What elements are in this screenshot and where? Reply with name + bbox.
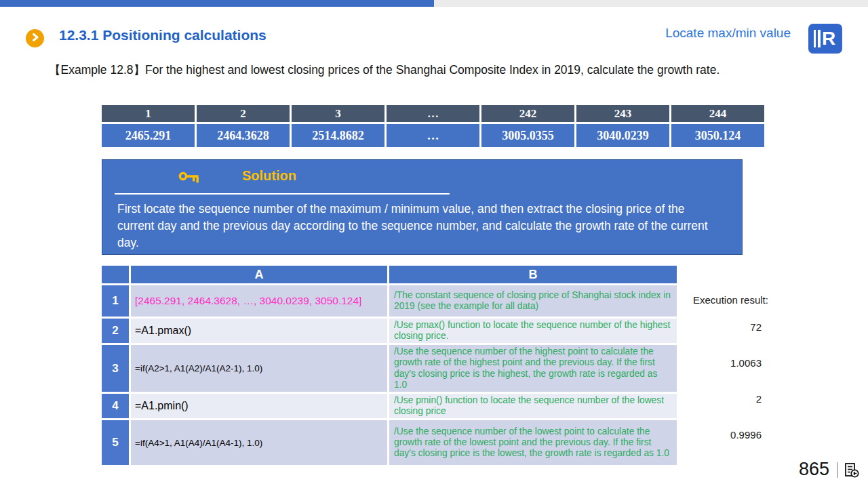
code-cell-a5: =if(A4>1, A1(A4)/A1(A4-1), 1.0) [131,420,387,465]
code-row-5: 5 =if(A4>1, A1(A4)/A1(A4-1), 1.0) /Use t… [102,420,677,465]
page-title: 12.3.1 Positioning calculations [59,27,267,43]
solution-underline [115,193,450,195]
comment-cell-b2: /Use pmax() function to locate the seque… [389,319,677,343]
column-a-header: A [131,266,387,283]
seq-value-cell: 3040.0239 [576,124,669,147]
code-cell-a1: [2465.291, 2464.3628, …, 3040.0239, 3050… [131,285,387,317]
logo-bar-icon [818,30,821,47]
comment-cell-b3: /Use the sequence number of the highest … [389,345,677,392]
row-number: 5 [102,420,129,465]
seq-header-cell: 242 [481,105,574,122]
comment-cell-b4: /Use pmin() function to locate the seque… [389,394,677,418]
execution-result-row4: 2 [678,393,762,405]
seq-value-cell: 3005.0355 [481,124,574,147]
row-number: 3 [102,345,129,392]
sequence-table-header-row: 1 2 3 … 242 243 244 [102,105,764,122]
execution-result-row2: 72 [678,321,762,333]
code-table-header-row: A B [102,266,677,283]
comment-cell-b1: /The constant sequence of closing price … [389,285,677,317]
seq-header-cell: 2 [197,105,290,122]
seq-header-cell: … [387,105,479,122]
solution-heading: Solution [242,168,296,184]
example-paragraph: 【Example 12.8】For the highest and lowest… [49,61,793,79]
seq-value-cell: … [387,124,479,147]
solution-text: First locate the sequence number of the … [117,201,717,251]
code-cell-a3: =if(A2>1, A1(A2)/A1(A2-1), 1.0) [131,345,387,392]
seq-value-cell: 2464.3628 [197,124,290,147]
brand-logo: R [808,24,842,54]
topbar-accent-left [0,0,434,7]
code-row-4: 4 =A1.pmin() /Use pmin() function to loc… [102,394,677,418]
code-cell-a4: =A1.pmin() [131,394,387,418]
seq-value-cell: 2514.8682 [292,124,384,147]
seq-header-cell: 3 [292,105,384,122]
row-number: 4 [102,394,129,418]
chevron-right-icon [31,33,40,45]
logo-r-icon: R [822,30,835,47]
code-row-3: 3 =if(A2>1, A1(A2)/A1(A2-1), 1.0) /Use t… [102,345,677,392]
corner-cell [102,266,129,283]
logo-bar-icon [814,30,816,47]
footer-divider [837,462,838,478]
topic-subtitle: Locate max/min value [631,26,791,41]
seq-header-cell: 243 [576,105,669,122]
seq-value-cell: 2465.291 [102,124,195,147]
row-number: 2 [102,319,129,343]
execution-result-label: Execution result: [693,294,768,306]
section-bullet [26,29,44,47]
seq-header-cell: 244 [671,105,764,122]
code-row-2: 2 =A1.pmax() /Use pmax() function to loc… [102,319,677,343]
code-cell-a2: =A1.pmax() [131,319,387,343]
seq-header-cell: 1 [102,105,195,122]
column-b-header: B [389,266,677,283]
page-number: 865 [783,459,829,480]
sequence-table: 1 2 3 … 242 243 244 2465.291 2464.3628 2… [100,103,766,149]
row-number: 1 [102,285,129,317]
return-to-contents-icon[interactable] [843,462,861,479]
code-table: A B 1 [2465.291, 2464.3628, …, 3040.0239… [100,264,679,467]
comment-cell-b5: /Use the sequence number of the lowest p… [389,420,677,465]
topbar-accent-right [434,0,868,7]
solution-box: Solution First locate the sequence numbe… [102,159,743,255]
key-icon [178,170,201,188]
execution-result-row3: 1.0063 [678,357,762,369]
code-row-1: 1 [2465.291, 2464.3628, …, 3040.0239, 30… [102,285,677,317]
sequence-table-value-row: 2465.291 2464.3628 2514.8682 … 3005.0355… [102,124,764,147]
execution-result-row5: 0.9996 [678,429,762,441]
seq-value-cell: 3050.124 [671,124,764,147]
